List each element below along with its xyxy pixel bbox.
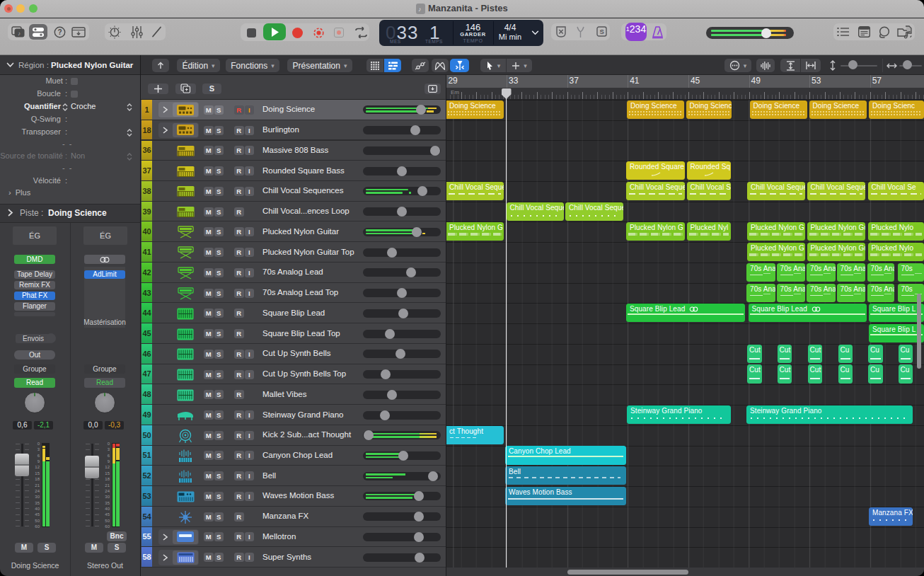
svg-text:♪: ♪ bbox=[18, 30, 21, 37]
svg-text:?: ? bbox=[58, 28, 62, 36]
svg-text:S: S bbox=[599, 28, 604, 35]
